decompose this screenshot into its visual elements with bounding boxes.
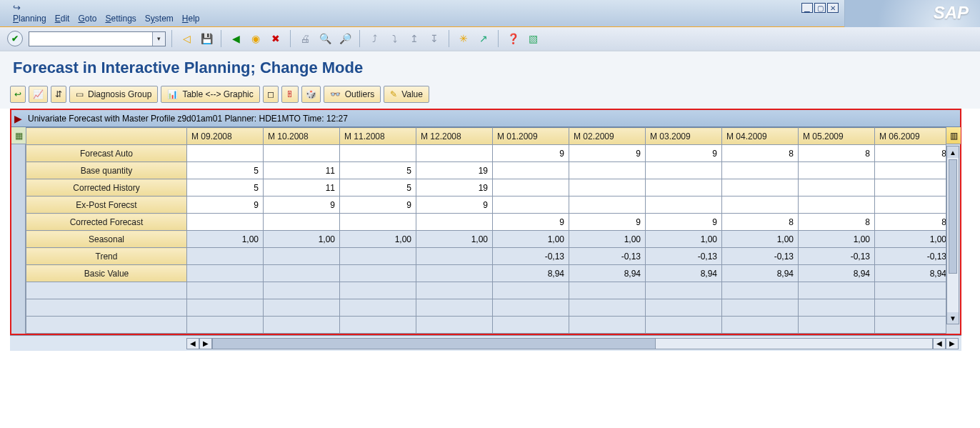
grid-cell[interactable]	[875, 162, 946, 179]
small-square-button[interactable]: ◻	[263, 86, 279, 103]
scroll-down-button[interactable]: ▼	[947, 312, 959, 324]
tree-button[interactable]: ⇵	[51, 86, 66, 103]
grid-cell[interactable]	[187, 145, 264, 162]
grid-cell[interactable]: 19	[416, 179, 493, 196]
command-field[interactable]: ▾	[29, 31, 166, 46]
maximize-button[interactable]: ▢	[814, 3, 826, 13]
grid-cell[interactable]: 8	[799, 214, 875, 231]
grid-cell[interactable]: 9	[646, 145, 722, 162]
grid-cell[interactable]: 9	[416, 196, 493, 214]
grid-cell[interactable]: 9	[264, 196, 340, 214]
refresh-button[interactable]: ↩	[10, 86, 26, 103]
scroll-up-button[interactable]: ▲	[947, 146, 959, 158]
row-header[interactable]: Corrected Forecast	[26, 214, 187, 231]
outliers-button[interactable]: 👓 Outliers	[324, 86, 381, 103]
menu-help[interactable]: Help	[182, 14, 200, 24]
grid-cell[interactable]	[340, 214, 416, 231]
grid-cell[interactable]	[569, 179, 646, 196]
grid-cell[interactable]: 1,00	[722, 231, 799, 248]
table-graphic-button[interactable]: 📊 Table <--> Graphic	[161, 86, 259, 103]
grid-cell[interactable]	[799, 162, 875, 179]
hscroll-track[interactable]	[212, 338, 933, 349]
column-config-button[interactable]: ▥	[946, 127, 961, 144]
grid-cell[interactable]	[875, 196, 946, 214]
grid-cell[interactable]: 1,00	[340, 231, 416, 248]
command-field-dropdown[interactable]: ▾	[152, 32, 165, 46]
value-button[interactable]: ✎ Value	[384, 86, 429, 103]
menu-goto[interactable]: Goto	[78, 14, 96, 24]
window-control-icon[interactable]: ↪	[13, 2, 21, 13]
grid-cell[interactable]: 1,00	[187, 231, 264, 248]
back-icon[interactable]: ◁	[178, 31, 195, 46]
hscroll-left-fast[interactable]: ◀	[186, 338, 199, 349]
grid-cell[interactable]: 8,94	[722, 265, 799, 282]
grid-cell[interactable]: 8,94	[646, 265, 722, 282]
grid-cell[interactable]: -0,13	[493, 248, 569, 265]
col-3[interactable]: M 12.2008	[416, 128, 493, 145]
col-7[interactable]: M 04.2009	[722, 128, 799, 145]
grid-cell[interactable]: -0,13	[646, 248, 722, 265]
grid-cell[interactable]: 8	[875, 145, 946, 162]
grid-cell[interactable]: 5	[340, 179, 416, 196]
grid-cell[interactable]: -0,13	[569, 248, 646, 265]
grid-cell[interactable]: 9	[569, 214, 646, 231]
row-header[interactable]: Ex-Post Forecst	[26, 196, 187, 214]
save-icon[interactable]: 💾	[198, 31, 215, 46]
hscroll-right-fast[interactable]: ▶	[946, 338, 959, 349]
grid-cell[interactable]: 8	[722, 145, 799, 162]
row-header[interactable]: Base quantity	[26, 162, 187, 179]
row-header[interactable]: Forecast Auto	[26, 145, 187, 162]
grid-cell[interactable]	[416, 214, 493, 231]
grid-cell[interactable]: 1,00	[416, 231, 493, 248]
grid-cell[interactable]: 1,00	[799, 231, 875, 248]
rowheader-blank[interactable]	[26, 128, 187, 145]
col-2[interactable]: M 11.2008	[340, 128, 416, 145]
nav-cancel-icon[interactable]: ✖	[267, 31, 284, 46]
row-header[interactable]: Seasonal	[26, 231, 187, 248]
grid-cell[interactable]	[569, 162, 646, 179]
grid-cell[interactable]: 8	[875, 214, 946, 231]
grid-cell[interactable]	[722, 162, 799, 179]
grid-cell[interactable]: 1,00	[875, 231, 946, 248]
grid-cell[interactable]: 8,94	[799, 265, 875, 282]
grid-cell[interactable]: 1,00	[264, 231, 340, 248]
grid-cell[interactable]	[493, 196, 569, 214]
menu-system[interactable]: System	[145, 14, 174, 24]
col-5[interactable]: M 02.2009	[569, 128, 646, 145]
hscroll-right[interactable]: ◀	[933, 338, 946, 349]
layout-icon[interactable]: ▧	[524, 31, 541, 46]
hscroll-left[interactable]: ▶	[199, 338, 212, 349]
vscroll-thumb[interactable]	[949, 159, 957, 274]
grid-cell[interactable]: 8	[799, 145, 875, 162]
grid-cell[interactable]: 9	[340, 196, 416, 214]
grid-cell[interactable]	[493, 162, 569, 179]
minimize-button[interactable]: ▁	[801, 3, 813, 13]
grid-cell[interactable]: 9	[493, 145, 569, 162]
grid-cell[interactable]: 5	[187, 162, 264, 179]
hscroll-thumb[interactable]	[213, 339, 656, 349]
row-header[interactable]: Corrected History	[26, 179, 187, 196]
grid-cell[interactable]: 9	[646, 214, 722, 231]
grid-cell[interactable]	[264, 265, 340, 282]
grid-cell[interactable]	[646, 179, 722, 196]
grid-cell[interactable]	[340, 145, 416, 162]
shortcut-icon[interactable]: ↗	[475, 31, 492, 46]
col-9[interactable]: M 06.2009	[875, 128, 946, 145]
diagnosis-button[interactable]: ▭ Diagnosis Group	[69, 86, 158, 103]
col-1[interactable]: M 10.2008	[264, 128, 340, 145]
grid-cell[interactable]	[187, 248, 264, 265]
grid-cell[interactable]: 9	[569, 145, 646, 162]
select-all-button[interactable]: ▦	[11, 127, 26, 144]
nav-exit-icon[interactable]: ◉	[247, 31, 264, 46]
grid-cell[interactable]	[264, 248, 340, 265]
col-0[interactable]: M 09.2008	[187, 128, 264, 145]
params-button[interactable]: 🎚	[281, 86, 299, 103]
grid-cell[interactable]	[187, 265, 264, 282]
grid-cell[interactable]: 11	[264, 162, 340, 179]
grid-cell[interactable]: 1,00	[646, 231, 722, 248]
grid-cell[interactable]	[722, 196, 799, 214]
grid-cell[interactable]	[264, 145, 340, 162]
col-8[interactable]: M 05.2009	[799, 128, 875, 145]
grid-cell[interactable]: 1,00	[569, 231, 646, 248]
chart-button[interactable]: 📈	[29, 86, 48, 103]
